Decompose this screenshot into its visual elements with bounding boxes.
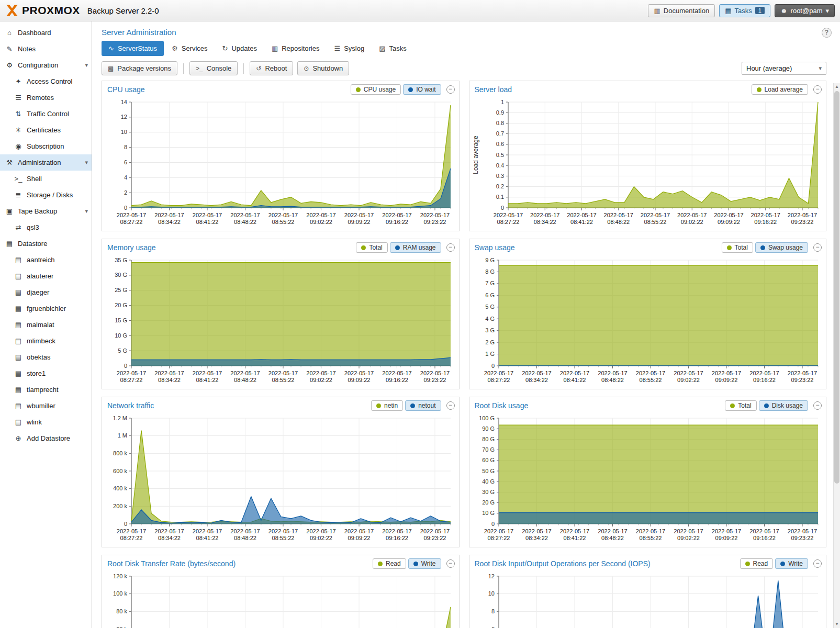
console-button[interactable]: >_ Console — [189, 61, 238, 75]
chart-canvas: 024681012142022-05-1708:27:222022-05-170… — [102, 97, 458, 231]
collapse-tool-icon[interactable]: − — [446, 85, 455, 94]
sidebar-item-dashboard[interactable]: ⌂Dashboard — [0, 25, 92, 41]
collapse-tool-icon[interactable]: − — [813, 559, 822, 568]
tab-label: ServerStatus — [118, 44, 157, 52]
sidebar-item-notes[interactable]: ✎Notes — [0, 41, 92, 57]
svg-text:08:55:22: 08:55:22 — [272, 219, 295, 225]
legend-dot-icon — [757, 87, 761, 92]
sidebar-item-storage-disks[interactable]: ≣Storage / Disks — [0, 187, 92, 203]
legend-label: Read — [386, 560, 401, 567]
sidebar-item-remotes[interactable]: ☰Remotes — [0, 89, 92, 106]
sidebar-item-label: qsl3 — [27, 223, 39, 231]
svg-text:2022-05-17: 2022-05-17 — [117, 212, 146, 218]
sidebar-item-add-datastore[interactable]: ⊕Add Datastore — [0, 430, 92, 446]
documentation-button[interactable]: ▥ Documentation — [648, 4, 715, 17]
tasks-button[interactable]: ▦ Tasks 1 — [719, 4, 770, 17]
collapse-tool-icon[interactable]: − — [813, 85, 822, 94]
svg-text:09:16:22: 09:16:22 — [753, 377, 776, 383]
reboot-button[interactable]: ↺ Reboot — [250, 61, 293, 75]
legend-button-io-wait[interactable]: IO wait — [403, 84, 441, 95]
sidebar-item-label: obektas — [27, 353, 51, 361]
collapse-tool-icon[interactable]: − — [446, 559, 455, 568]
sidebar-item-subscription[interactable]: ◉Subscription — [0, 138, 92, 154]
expander-arrow-icon[interactable]: ▾ — [85, 159, 88, 166]
tab-tasks[interactable]: ▨ Tasks — [372, 41, 413, 56]
collapse-tool-icon[interactable]: − — [446, 401, 455, 410]
scrollbar-thumb[interactable] — [834, 91, 839, 484]
tab-services[interactable]: ⚙ Services — [165, 41, 215, 56]
scroll-down-icon[interactable]: ▼ — [834, 621, 840, 628]
legend-button-netin[interactable]: netin — [371, 400, 403, 411]
sidebar-item-administration[interactable]: ⚒Administration▾ — [0, 154, 92, 171]
collapse-tool-icon[interactable]: − — [813, 243, 822, 252]
chart-title: Root Disk usage — [475, 401, 529, 410]
legend-button-write[interactable]: Write — [775, 558, 808, 569]
legend-button-write[interactable]: Write — [408, 558, 441, 569]
legend-button-total[interactable]: Total — [722, 242, 753, 253]
sidebar-item-datastore-tlamprecht[interactable]: ▤tlamprecht — [0, 382, 92, 398]
svg-text:08:48:22: 08:48:22 — [234, 377, 256, 383]
sidebar-item-access-control[interactable]: ✦Access Control — [0, 73, 92, 89]
package-versions-button[interactable]: ▩ Package versions — [102, 61, 177, 75]
legend-button-load-average[interactable]: Load average — [752, 84, 808, 95]
sidebar-item-datastore-obektas[interactable]: ▤obektas — [0, 349, 92, 365]
legend-button-total[interactable]: Total — [725, 400, 756, 411]
collapse-tool-icon[interactable]: − — [813, 401, 822, 410]
legend-button-read[interactable]: Read — [740, 558, 774, 569]
tab-syslog[interactable]: ☰ Syslog — [327, 41, 371, 56]
sidebar-item-datastore-mlimbeck[interactable]: ▤mlimbeck — [0, 333, 92, 349]
shutdown-button[interactable]: ⊙ Shutdown — [297, 61, 349, 75]
legend-button-total[interactable]: Total — [356, 242, 387, 253]
legend-dot-icon — [764, 403, 769, 408]
legend-button-netout[interactable]: netout — [405, 400, 441, 411]
svg-text:0: 0 — [124, 363, 127, 369]
logo-text: PROXMOX — [22, 4, 80, 17]
vertical-scrollbar[interactable]: ▲ ▼ — [833, 83, 840, 628]
user-menu-button[interactable]: ☻ root@pam ▾ — [775, 4, 835, 17]
storage-disks-icon: ≣ — [14, 191, 23, 199]
sidebar-item-datastore-alauterer[interactable]: ▤alauterer — [0, 268, 92, 284]
sidebar-item-datastore-store1[interactable]: ▤store1 — [0, 365, 92, 382]
sidebar-item-datastore-aantreich[interactable]: ▤aantreich — [0, 252, 92, 268]
svg-text:2022-05-17: 2022-05-17 — [344, 212, 374, 218]
sidebar-item-tape-backup[interactable]: ▣Tape Backup▾ — [0, 203, 92, 219]
sidebar-item-datastore[interactable]: ▤Datastore — [0, 236, 92, 252]
sidebar-item-configuration[interactable]: ⚙Configuration▾ — [0, 57, 92, 73]
traffic-control-icon: ⇅ — [14, 110, 23, 118]
legend-dot-icon — [378, 562, 383, 566]
svg-text:2022-05-17: 2022-05-17 — [484, 370, 513, 376]
svg-text:2022-05-17: 2022-05-17 — [193, 212, 222, 218]
sidebar-item-datastore-wlink[interactable]: ▤wlink — [0, 414, 92, 430]
svg-text:2022-05-17: 2022-05-17 — [711, 528, 741, 534]
svg-text:1 G: 1 G — [485, 351, 495, 357]
tab-repositories[interactable]: ▥ Repositories — [265, 41, 327, 56]
collapse-tool-icon[interactable]: − — [446, 243, 455, 252]
legend-button-cpu-usage[interactable]: CPU usage — [351, 84, 401, 95]
legend-button-read[interactable]: Read — [373, 558, 406, 569]
timeframe-select[interactable]: Hour (average) ▾ — [742, 62, 826, 75]
scroll-up-icon[interactable]: ▲ — [834, 83, 840, 91]
expander-arrow-icon[interactable]: ▾ — [85, 62, 88, 69]
expander-arrow-icon[interactable]: ▾ — [85, 208, 88, 215]
sidebar-item-certificates[interactable]: ✳Certificates — [0, 122, 92, 138]
legend-button-ram-usage[interactable]: RAM usage — [390, 242, 441, 253]
sidebar-item-datastore-djaeger[interactable]: ▤djaeger — [0, 284, 92, 300]
datastore-alauterer-icon: ▤ — [14, 272, 23, 280]
sidebar-item-shell[interactable]: >_Shell — [0, 171, 92, 187]
chart-panel-root-disk-transfer-rate: Root Disk Transfer Rate (bytes/second)Re… — [102, 555, 460, 628]
sidebar-item-qsl3[interactable]: ⇄qsl3 — [0, 219, 92, 236]
sidebar-item-label: Datastore — [18, 240, 47, 248]
legend-button-disk-usage[interactable]: Disk usage — [759, 400, 808, 411]
tab-updates[interactable]: ↻ Updates — [216, 41, 264, 56]
legend-button-swap-usage[interactable]: Swap usage — [755, 242, 808, 253]
sidebar-item-datastore-fgruenbichler[interactable]: ▤fgruenbichler — [0, 300, 92, 317]
svg-text:0.1: 0.1 — [496, 194, 503, 200]
svg-text:08:34:22: 08:34:22 — [525, 535, 548, 541]
chart-panel-header: Swap usageTotalSwap usage− — [469, 239, 826, 255]
svg-text:2022-05-17: 2022-05-17 — [559, 370, 589, 376]
tab-serverstatus[interactable]: ∿ ServerStatus — [102, 41, 164, 56]
help-button[interactable]: ? — [822, 28, 832, 38]
sidebar-item-traffic-control[interactable]: ⇅Traffic Control — [0, 106, 92, 122]
sidebar-item-datastore-wbumiller[interactable]: ▤wbumiller — [0, 398, 92, 414]
sidebar-item-datastore-malmalat[interactable]: ▤malmalat — [0, 317, 92, 333]
